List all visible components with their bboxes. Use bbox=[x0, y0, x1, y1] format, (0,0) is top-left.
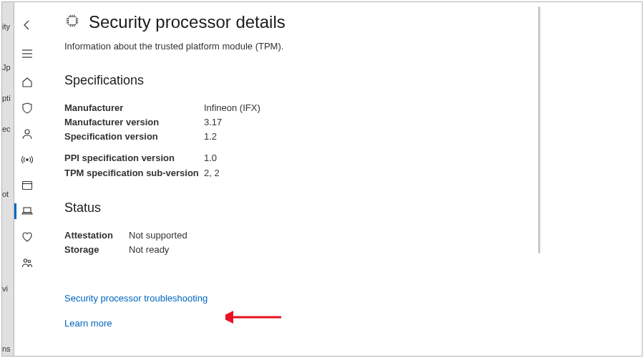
spec-value: 2, 2 bbox=[204, 166, 618, 180]
page-subtitle: Information about the trusted platform m… bbox=[64, 41, 618, 52]
shield-icon bbox=[21, 102, 33, 114]
back-arrow-icon bbox=[21, 19, 33, 31]
svg-rect-7 bbox=[24, 208, 31, 213]
status-label: Storage bbox=[64, 243, 129, 257]
status-value: Not supported bbox=[129, 228, 618, 243]
sidebar-item-health[interactable] bbox=[14, 224, 40, 250]
spec-row: TPM specification sub-version2, 2 bbox=[64, 166, 618, 180]
spec-row: Specification version1.2 bbox=[64, 130, 618, 144]
background-window-strip: ity Jp pti ec ot vi ns bbox=[2, 2, 14, 356]
spec-value: Infineon (IFX) bbox=[204, 101, 618, 115]
chip-icon bbox=[64, 13, 80, 32]
spec-label: Manufacturer version bbox=[64, 115, 204, 130]
window-icon bbox=[21, 180, 33, 191]
bg-fragment: ity bbox=[2, 22, 10, 31]
sidebar-item-device-security[interactable] bbox=[14, 198, 40, 224]
svg-point-9 bbox=[28, 260, 30, 262]
bg-fragment: vi bbox=[2, 284, 8, 293]
svg-point-3 bbox=[25, 130, 29, 134]
people-icon bbox=[21, 257, 33, 268]
status-label: Attestation bbox=[64, 228, 129, 243]
svg-rect-10 bbox=[69, 17, 77, 25]
heart-icon bbox=[21, 231, 33, 243]
status-row: AttestationNot supported bbox=[64, 228, 618, 243]
main-content: Security processor details Information a… bbox=[40, 2, 642, 356]
troubleshooting-link[interactable]: Security processor troubleshooting bbox=[64, 293, 618, 304]
page-title: Security processor details bbox=[89, 12, 286, 32]
antenna-icon bbox=[21, 154, 33, 165]
sidebar-item-app-control[interactable] bbox=[14, 173, 40, 198]
svg-rect-5 bbox=[23, 182, 32, 190]
bg-fragment: pti bbox=[2, 94, 11, 102]
specifications-heading: Specifications bbox=[64, 73, 618, 88]
spec-value: 1.2 bbox=[204, 130, 618, 144]
spec-row: ManufacturerInfineon (IFX) bbox=[64, 101, 618, 115]
sidebar-item-protection[interactable] bbox=[14, 95, 40, 121]
bg-fragment: ns bbox=[2, 344, 11, 353]
home-icon bbox=[21, 77, 33, 88]
svg-point-4 bbox=[26, 159, 29, 161]
bg-fragment: ec bbox=[2, 125, 11, 133]
svg-point-8 bbox=[24, 259, 26, 262]
bg-fragment: Jp bbox=[2, 63, 11, 72]
back-button[interactable] bbox=[14, 12, 40, 38]
spec-label: PPI specification version bbox=[64, 151, 204, 165]
status-table: AttestationNot supported StorageNot read… bbox=[64, 228, 618, 257]
specifications-table: ManufacturerInfineon (IFX) Manufacturer … bbox=[64, 101, 618, 180]
sidebar-item-home[interactable] bbox=[14, 69, 40, 95]
status-value: Not ready bbox=[129, 243, 618, 257]
spec-label: Specification version bbox=[64, 130, 204, 144]
status-heading: Status bbox=[64, 200, 618, 216]
spec-row: Manufacturer version3.17 bbox=[64, 115, 618, 130]
status-row: StorageNot ready bbox=[64, 243, 618, 257]
sidebar-item-firewall[interactable] bbox=[14, 147, 40, 173]
spec-row: PPI specification version1.0 bbox=[64, 151, 618, 165]
spec-label: Manufacturer bbox=[64, 101, 204, 115]
learn-more-link[interactable]: Learn more bbox=[64, 318, 618, 329]
menu-button[interactable] bbox=[14, 41, 40, 67]
spec-value: 3.17 bbox=[204, 115, 618, 130]
spec-value: 1.0 bbox=[204, 151, 618, 165]
sidebar bbox=[14, 2, 40, 356]
scrollbar[interactable] bbox=[538, 6, 540, 253]
sidebar-item-account[interactable] bbox=[14, 121, 40, 147]
spec-label: TPM specification sub-version bbox=[64, 166, 204, 180]
person-icon bbox=[21, 128, 33, 140]
bg-fragment: ot bbox=[2, 190, 9, 198]
sidebar-item-family[interactable] bbox=[14, 250, 40, 276]
laptop-icon bbox=[21, 205, 33, 217]
hamburger-icon bbox=[21, 48, 33, 59]
